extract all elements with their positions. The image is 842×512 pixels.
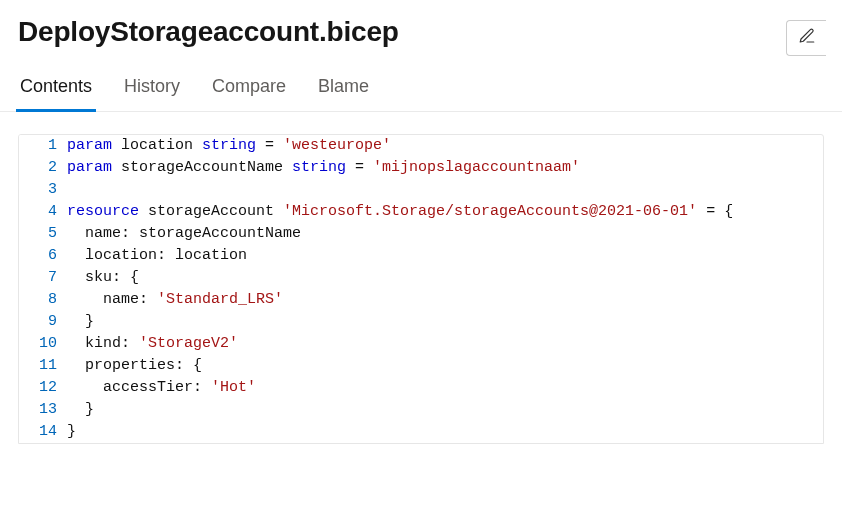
line-number: 6 xyxy=(19,245,67,267)
line-content: } xyxy=(67,421,823,443)
code-line: 4resource storageAccount 'Microsoft.Stor… xyxy=(19,201,823,223)
line-number: 5 xyxy=(19,223,67,245)
line-content: accessTier: 'Hot' xyxy=(67,377,823,399)
line-content: name: 'Standard_LRS' xyxy=(67,289,823,311)
code-viewer: 1param location string = 'westeurope'2pa… xyxy=(18,134,824,444)
code-line: 14} xyxy=(19,421,823,443)
line-content: param location string = 'westeurope' xyxy=(67,135,823,157)
line-number: 8 xyxy=(19,289,67,311)
line-number: 11 xyxy=(19,355,67,377)
line-content: } xyxy=(67,311,823,333)
code-line: 13 } xyxy=(19,399,823,421)
code-line: 12 accessTier: 'Hot' xyxy=(19,377,823,399)
line-number: 7 xyxy=(19,267,67,289)
code-line: 2param storageAccountName string = 'mijn… xyxy=(19,157,823,179)
line-content: properties: { xyxy=(67,355,823,377)
code-line: 5 name: storageAccountName xyxy=(19,223,823,245)
code-line: 8 name: 'Standard_LRS' xyxy=(19,289,823,311)
code-line: 9 } xyxy=(19,311,823,333)
page-title: DeployStorageaccount.bicep xyxy=(18,16,399,48)
code-line: 3 xyxy=(19,179,823,201)
line-content: } xyxy=(67,399,823,421)
line-content: sku: { xyxy=(67,267,823,289)
line-number: 1 xyxy=(19,135,67,157)
line-content xyxy=(67,179,823,201)
line-number: 13 xyxy=(19,399,67,421)
line-number: 14 xyxy=(19,421,67,443)
code-line: 10 kind: 'StorageV2' xyxy=(19,333,823,355)
line-number: 3 xyxy=(19,179,67,201)
line-content: param storageAccountName string = 'mijno… xyxy=(67,157,823,179)
tabs: Contents History Compare Blame xyxy=(0,70,842,112)
edit-button[interactable] xyxy=(786,20,826,56)
pencil-icon xyxy=(798,27,816,49)
code-line: 6 location: location xyxy=(19,245,823,267)
tab-contents[interactable]: Contents xyxy=(18,70,94,111)
line-content: name: storageAccountName xyxy=(67,223,823,245)
code-line: 7 sku: { xyxy=(19,267,823,289)
line-number: 10 xyxy=(19,333,67,355)
line-content: kind: 'StorageV2' xyxy=(67,333,823,355)
line-number: 2 xyxy=(19,157,67,179)
code-line: 11 properties: { xyxy=(19,355,823,377)
line-number: 9 xyxy=(19,311,67,333)
line-content: resource storageAccount 'Microsoft.Stora… xyxy=(67,201,823,223)
tab-blame[interactable]: Blame xyxy=(316,70,371,111)
line-number: 12 xyxy=(19,377,67,399)
line-content: location: location xyxy=(67,245,823,267)
tab-history[interactable]: History xyxy=(122,70,182,111)
line-number: 4 xyxy=(19,201,67,223)
tab-compare[interactable]: Compare xyxy=(210,70,288,111)
code-line: 1param location string = 'westeurope' xyxy=(19,135,823,157)
